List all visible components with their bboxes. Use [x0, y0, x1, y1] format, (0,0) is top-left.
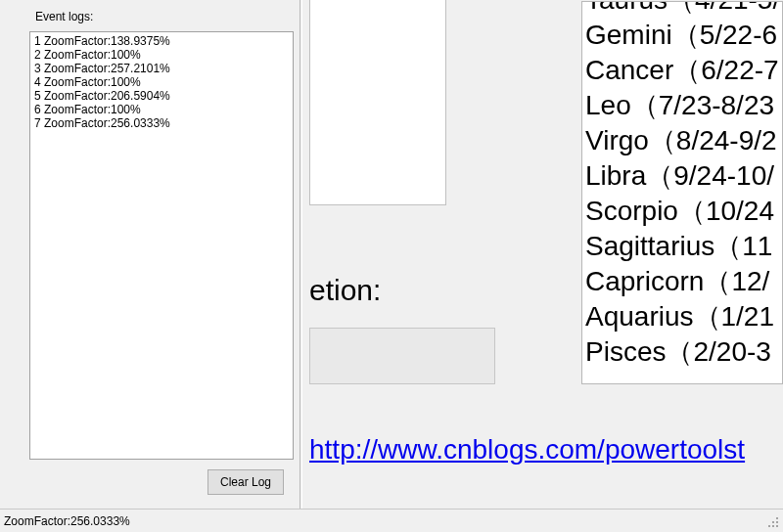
zodiac-row[interactable]: Taurus（4/21-5/	[582, 1, 782, 18]
zodiac-row[interactable]: Virgo（8/24-9/2	[582, 123, 782, 158]
event-logs-label: Event logs:	[35, 10, 294, 23]
main-area: Event logs: 1 ZoomFactor:138.9375% 2 Zoo…	[0, 0, 783, 509]
clear-log-button[interactable]: Clear Log	[207, 469, 284, 495]
zodiac-listbox[interactable]: Taurus（4/21-5/Gemini（5/22-6Cancer（6/22-7…	[581, 1, 783, 384]
zodiac-row[interactable]: Cancer（6/22-7	[582, 53, 782, 88]
event-log-listbox[interactable]: 1 ZoomFactor:138.9375% 2 ZoomFactor:100%…	[29, 31, 294, 460]
zodiac-row[interactable]: Aquarius（1/21	[582, 299, 782, 334]
zodiac-row[interactable]: Pisces（2/20-3	[582, 334, 782, 370]
partial-label: etion:	[309, 274, 381, 307]
zodiac-row[interactable]: Scorpio（10/24	[582, 194, 782, 229]
svg-point-0	[776, 525, 778, 527]
svg-point-5	[776, 517, 778, 519]
clipped-listbox[interactable]	[309, 0, 446, 205]
right-panel: etion: Taurus（4/21-5/Gemini（5/22-6Cancer…	[302, 0, 783, 509]
zodiac-row[interactable]: Libra（9/24-10/	[582, 158, 782, 194]
resize-grip-icon[interactable]	[765, 514, 779, 528]
status-text: ZoomFactor:256.0333%	[4, 514, 765, 528]
status-bar: ZoomFactor:256.0333%	[0, 509, 783, 532]
svg-point-2	[776, 521, 778, 523]
zodiac-row[interactable]: Capricorn（12/	[582, 264, 782, 299]
zodiac-row[interactable]: Leo（7/23-8/23	[582, 88, 782, 123]
svg-point-3	[768, 525, 770, 527]
zodiac-row[interactable]: Sagittarius（11	[582, 229, 782, 264]
svg-point-1	[772, 525, 774, 527]
clipped-button[interactable]	[309, 328, 495, 384]
blog-link[interactable]: http://www.cnblogs.com/powertoolst	[309, 434, 745, 466]
zodiac-row[interactable]: Gemini（5/22-6	[582, 18, 782, 53]
app-window: Event logs: 1 ZoomFactor:138.9375% 2 Zoo…	[0, 0, 783, 532]
svg-point-4	[772, 521, 774, 523]
left-panel: Event logs: 1 ZoomFactor:138.9375% 2 Zoo…	[0, 0, 299, 509]
